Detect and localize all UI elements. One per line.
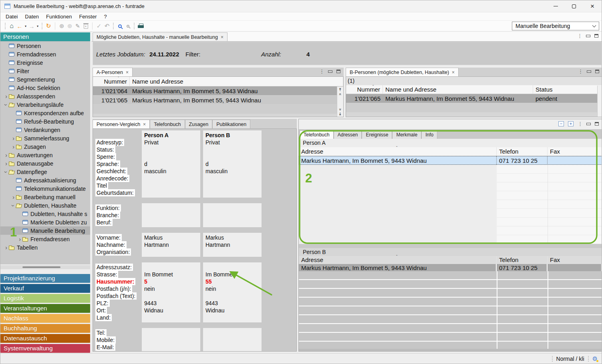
back-history-caret-icon[interactable]: ▾ [24, 22, 28, 30]
panel-minimize-icon[interactable] [586, 123, 591, 125]
tree-item[interactable]: Korrespondenzen aufbe [0, 109, 90, 117]
expander-icon[interactable] [17, 236, 22, 242]
tree-item[interactable]: Datenpflege [0, 168, 90, 176]
gear-icon[interactable]: ⚙ [592, 356, 598, 362]
print-icon[interactable] [137, 22, 145, 30]
tree-item[interactable]: Anlassspenden [0, 92, 90, 100]
expander-icon[interactable] [4, 93, 9, 100]
view-selector-dropdown[interactable]: Manuelle Bearbeitung [512, 22, 599, 30]
panel-minimize-icon[interactable] [328, 70, 332, 73]
tree-item[interactable]: Verarbeitungsläufe [0, 100, 90, 109]
tab-merkmale[interactable]: Merkmale [392, 130, 421, 139]
forward-icon[interactable]: → [28, 22, 36, 30]
tree-item[interactable]: Ad-Hoc Selektion [0, 84, 90, 92]
window-maximize-button[interactable] [565, 0, 583, 12]
tab-telefonbuch[interactable]: Telefonbuch [150, 120, 185, 128]
phonebook-row-person-a[interactable]: Markus Hartmann, Im Bommet 5, 9443 Widna… [299, 156, 602, 165]
column-header-name[interactable]: Name und Adresse [130, 77, 343, 86]
back-icon[interactable]: ← [16, 22, 24, 30]
tree-item[interactable]: Tabellen [0, 243, 90, 252]
tab-close-icon[interactable]: × [143, 122, 146, 127]
tab-moegliche-dubletten[interactable]: Mögliche Dubletten, Haushalte - manuelle… [93, 32, 228, 41]
scroll-bottom-icon[interactable]: ⇥ [338, 112, 342, 115]
column-header-adresse[interactable]: Adresse [299, 147, 497, 156]
tree-item[interactable]: Bearbeitung manuell [0, 193, 90, 201]
scroll-pageup-icon[interactable]: « [338, 93, 342, 96]
column-header-name[interactable]: Name und Adresse [383, 85, 533, 94]
panel-minimize-icon[interactable] [586, 35, 590, 37]
column-header-fax[interactable]: Fax [548, 147, 602, 156]
tab-close-icon[interactable]: × [126, 70, 129, 75]
tree-item[interactable]: Personen [0, 42, 90, 50]
tree-item[interactable]: Markierte Dubletten zu [0, 218, 90, 226]
column-header-adresse[interactable]: Adresse [299, 256, 497, 264]
expander-icon[interactable] [11, 194, 16, 200]
toolbar-grip[interactable] [113, 23, 114, 29]
toolbar-grip[interactable] [42, 23, 42, 29]
tree-item[interactable]: Adressaktualisierung [0, 176, 90, 184]
module-button[interactable]: Verkauf [0, 284, 90, 293]
edit-icon[interactable]: ✎ [74, 22, 82, 30]
tab-publikationen[interactable]: Publikationen [212, 120, 250, 128]
module-button[interactable]: Systemverwaltung [0, 344, 90, 353]
toolbar-grip[interactable] [5, 23, 6, 29]
module-button[interactable]: Veranstaltungen [0, 304, 90, 313]
panel-maximize-icon[interactable] [595, 70, 599, 73]
tab-info[interactable]: Info [421, 130, 437, 139]
column-header-fax[interactable]: Fax [548, 256, 602, 264]
tree-item[interactable]: Sammelerfassung [0, 134, 90, 142]
expander-icon[interactable] [4, 244, 9, 251]
menu-item[interactable]: Daten [21, 12, 42, 20]
refresh-icon[interactable]: ↻ [44, 22, 52, 30]
tab-telefonbuch-detail[interactable]: Telefonbuch [300, 130, 334, 139]
column-header-nummer[interactable]: Nummer [93, 77, 130, 86]
menu-item[interactable]: Funktionen [42, 12, 75, 20]
table-row[interactable]: 1’021’064 Markus Hartmann, Im Bommet 5, … [93, 86, 337, 96]
panel-maximize-icon[interactable] [594, 34, 598, 38]
tab-ereignisse[interactable]: Ereignisse [362, 130, 392, 139]
search-icon[interactable] [116, 22, 124, 30]
table-row[interactable]: 1’021’065 Markus Hartmann, Im Bommet 55,… [346, 94, 597, 103]
tree-item[interactable]: Refusé-Bearbeitung [0, 117, 90, 126]
tree-item[interactable]: Dubletten, Haushalte s [0, 210, 90, 218]
tree-item[interactable]: Verdankungen [0, 126, 90, 134]
module-button[interactable]: Logistik [0, 294, 90, 303]
scroll-pagedown-icon[interactable]: » [338, 108, 342, 111]
panel-menu-icon[interactable]: ⋮ [319, 69, 324, 74]
module-button[interactable]: Datenaustausch [0, 334, 90, 343]
menu-item[interactable]: Datei [2, 12, 21, 20]
add-copy-icon[interactable]: ⊕ [66, 22, 74, 30]
menu-item[interactable]: Fenster [75, 12, 100, 20]
delete-icon[interactable]: × [82, 22, 90, 30]
module-button[interactable]: Projektfinanzierung [0, 274, 90, 283]
tab-b-personen[interactable]: B-Personen (mögliche Dubletten, Haushalt… [346, 68, 459, 76]
panel-maximize-icon[interactable] [595, 122, 599, 126]
tree-item[interactable]: Segmentierung [0, 75, 90, 84]
module-button[interactable]: Buchhaltung [0, 324, 90, 333]
expand-all-icon[interactable]: + [568, 121, 574, 126]
undo-icon[interactable]: ↶ [103, 22, 111, 30]
tree-item[interactable]: Dubletten, Haushalte [0, 201, 90, 210]
tab-close-icon[interactable]: × [221, 35, 223, 40]
column-header-telefon[interactable]: Telefon [497, 147, 548, 156]
tree-item[interactable]: Auswertungen [0, 151, 90, 159]
confirm-icon[interactable]: ✓ [95, 22, 103, 30]
tree-horizontal-scrollbar[interactable] [0, 265, 90, 269]
tab-a-personen[interactable]: A-Personen × [93, 68, 133, 76]
menu-item[interactable]: ? [100, 12, 110, 20]
toolbar-grip[interactable] [134, 23, 135, 29]
horizontal-scrollbar[interactable] [299, 349, 602, 351]
expander-icon[interactable] [4, 160, 9, 167]
tree-item[interactable]: Datenausgabe [0, 159, 90, 168]
tree-item[interactable]: Fremdadressen [0, 235, 90, 243]
tree-item[interactable]: Filter [0, 67, 90, 75]
search-secondary-icon[interactable] [124, 22, 132, 30]
tab-zusagen[interactable]: Zusagen [185, 120, 213, 128]
tree-item[interactable]: Ereignisse [0, 58, 90, 67]
panel-menu-icon[interactable]: ⋮ [577, 33, 582, 38]
tree-item[interactable]: Fremdadressen [0, 50, 90, 58]
tab-adressen[interactable]: Adressen [334, 130, 362, 139]
column-header-nummer[interactable]: Nummer [346, 85, 383, 94]
module-button[interactable]: Nachlass [0, 314, 90, 323]
panel-maximize-icon[interactable] [336, 70, 340, 73]
